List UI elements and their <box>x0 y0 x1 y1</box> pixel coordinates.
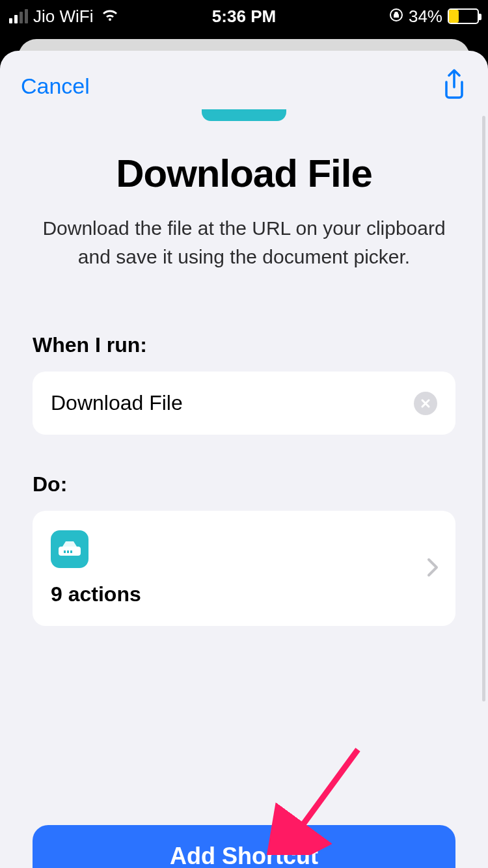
shortcut-color-pill <box>202 109 286 121</box>
svg-rect-3 <box>70 550 72 553</box>
actions-count-label: 9 actions <box>51 582 437 606</box>
shortcut-app-icon <box>51 530 88 568</box>
page-title: Download File <box>33 151 455 196</box>
actions-card[interactable]: 9 actions <box>33 511 455 626</box>
svg-rect-1 <box>64 550 66 553</box>
share-button[interactable] <box>441 69 467 103</box>
carrier-label: Jio WiFi <box>33 7 93 27</box>
device-frame: Jio WiFi 5:36 PM 34% Cancel <box>0 0 488 868</box>
orientation-lock-icon <box>389 7 403 27</box>
battery-percent: 34% <box>409 7 442 27</box>
clock: 5:36 PM <box>212 7 276 27</box>
when-i-run-label: When I run: <box>33 333 455 357</box>
status-bar: Jio WiFi 5:36 PM 34% <box>0 0 488 33</box>
chevron-right-icon <box>427 558 439 580</box>
modal-sheet: Cancel Download File Download the file a… <box>0 51 488 868</box>
add-shortcut-button[interactable]: Add Shortcut <box>33 825 455 868</box>
svg-rect-2 <box>67 550 69 553</box>
do-label: Do: <box>33 472 455 496</box>
cancel-button[interactable]: Cancel <box>21 74 90 99</box>
status-right: 34% <box>389 7 479 27</box>
status-left: Jio WiFi <box>9 7 119 27</box>
cellular-signal-icon <box>9 9 28 23</box>
battery-fill <box>449 10 459 23</box>
sheet-nav: Cancel <box>0 51 488 109</box>
sheet-content: Download File Download the file at the U… <box>0 109 488 868</box>
shortcut-name-card[interactable]: Download File <box>33 372 455 435</box>
close-icon <box>420 398 431 409</box>
page-subtitle: Download the file at the URL on your cli… <box>33 214 455 271</box>
wifi-icon <box>101 7 119 27</box>
drive-icon <box>59 541 81 557</box>
battery-icon <box>448 8 479 24</box>
clear-name-button[interactable] <box>414 392 437 415</box>
shortcut-name-value: Download File <box>51 391 414 415</box>
share-icon <box>441 69 467 100</box>
